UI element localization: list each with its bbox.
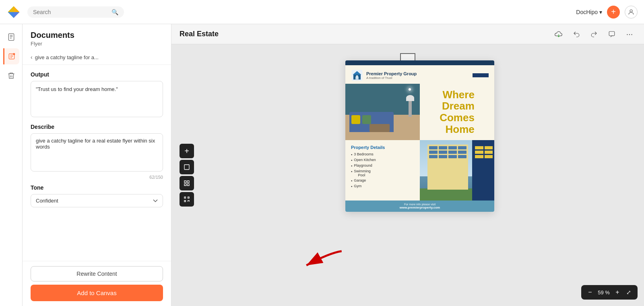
sidebar-item-documents[interactable] — [3, 29, 19, 45]
window — [458, 155, 466, 158]
yellow-window — [475, 155, 483, 158]
left-panel: Documents Flyer ‹ give a catchy tagline … — [23, 24, 171, 306]
brand-label[interactable]: DocHipo ▾ — [576, 9, 602, 15]
building-sim — [420, 140, 494, 201]
detail-playground: ▪Playground — [351, 163, 414, 168]
window — [458, 151, 466, 154]
back-chevron-icon: ‹ — [31, 54, 33, 60]
brand-name: DocHipo — [576, 9, 598, 15]
red-arrow-indicator — [301, 241, 354, 281]
undo-button[interactable] — [570, 28, 583, 41]
room-table — [369, 124, 390, 132]
doc-title: Documents — [31, 31, 163, 40]
main-layout: Documents Flyer ‹ give a catchy tagline … — [0, 24, 644, 306]
detail-garage: ▪Garage — [351, 178, 414, 183]
user-avatar[interactable] — [625, 6, 638, 19]
svg-rect-8 — [184, 201, 186, 202]
flyer-building-photo — [420, 140, 494, 201]
search-box[interactable]: 🔍 — [27, 6, 124, 18]
canvas-workspace[interactable]: + — [171, 44, 644, 306]
qr-button[interactable] — [180, 192, 194, 207]
logo-icon[interactable] — [6, 5, 21, 19]
cloud-save-button[interactable] — [552, 28, 565, 41]
grid-button[interactable] — [180, 176, 194, 190]
brand-house-icon — [351, 69, 363, 81]
svg-rect-6 — [184, 197, 186, 198]
brand-tagline-text: A tradition of Trust — [366, 76, 417, 80]
bullet-icon: ▪ — [351, 158, 352, 162]
detail-gym: ▪Gym — [351, 184, 414, 188]
bullet-icon: ▪ — [351, 170, 352, 174]
panel-header: Documents Flyer — [23, 24, 171, 50]
topbar-right: DocHipo ▾ + — [576, 6, 638, 19]
output-box: "Trust us to find your dream home." — [31, 81, 163, 117]
flyer-canvas[interactable]: Premier Property Group A tradition of Tr… — [345, 60, 494, 212]
tone-select[interactable]: Confident Casual Formal Friendly Persuas… — [31, 194, 163, 207]
more-options-button[interactable]: ··· — [623, 28, 636, 41]
sidebar-item-trash[interactable] — [3, 68, 19, 84]
window — [448, 155, 457, 158]
svg-rect-1 — [8, 34, 14, 41]
flyer-tagline-area: WhereDreamComesHome — [420, 84, 494, 140]
svg-point-3 — [13, 53, 15, 55]
canvas-toolbar-right: ··· — [552, 28, 636, 41]
fullscreen-button[interactable]: ⤢ — [624, 287, 634, 297]
yellow-window — [475, 146, 483, 149]
output-label: Output — [31, 71, 163, 78]
topbar: 🔍 DocHipo ▾ + — [0, 0, 644, 24]
flyer-header-bar — [345, 60, 494, 65]
window — [439, 151, 447, 154]
brand-text: Premier Property Group A tradition of Tr… — [366, 71, 417, 80]
svg-point-0 — [630, 10, 632, 12]
redo-button[interactable] — [588, 28, 601, 41]
canvas-title: Real Estate — [180, 30, 219, 38]
flyer-room-photo — [345, 84, 420, 140]
add-element-button[interactable]: + — [180, 144, 194, 158]
zoom-controls: − 59 % + ⤢ — [581, 285, 638, 300]
flyer-brand: Premier Property Group A tradition of Tr… — [345, 65, 494, 84]
flyer-footer: For more info please visit www.premierpr… — [345, 201, 494, 212]
panel-content: Output "Trust us to find your dream home… — [23, 65, 171, 261]
flyer-footer-url: www.premierproperty.com — [351, 206, 489, 209]
new-document-button[interactable]: + — [607, 6, 620, 19]
resize-button[interactable] — [180, 160, 194, 174]
char-count: 62/150 — [31, 175, 163, 180]
room-sim — [345, 84, 420, 140]
flyer-body: WhereDreamComesHome — [345, 84, 494, 140]
back-label: give a catchy tagline for a... — [35, 54, 99, 60]
tone-label: Tone — [31, 184, 163, 191]
describe-textarea[interactable]: give a catchy tagline for a real estate … — [31, 133, 163, 172]
zoom-out-button[interactable]: − — [585, 287, 595, 297]
describe-label: Describe — [31, 124, 163, 130]
back-row[interactable]: ‹ give a catchy tagline for a... — [23, 50, 171, 65]
flyer-tagline: WhereDreamComesHome — [440, 89, 475, 135]
svg-rect-5 — [184, 165, 189, 170]
comment-button[interactable] — [605, 28, 618, 41]
doc-subtitle: Flyer — [31, 41, 163, 47]
window — [458, 146, 466, 149]
search-icon: 🔍 — [111, 9, 118, 15]
room-lamp-top — [406, 95, 414, 101]
yellow-window — [475, 151, 483, 154]
yellow-window — [485, 155, 493, 158]
panel-footer: Rewrite Content Add to Canvas — [23, 261, 171, 306]
add-to-canvas-button[interactable]: Add to Canvas — [31, 285, 163, 301]
zoom-in-button[interactable]: + — [613, 287, 622, 297]
window — [429, 146, 438, 149]
room-cushion1 — [351, 115, 360, 124]
sidebar-item-ai[interactable] — [3, 48, 19, 64]
flyer-bottom-row: Property Details ▪3 Bedrooms ▪Open Kitch… — [345, 140, 494, 201]
search-input[interactable] — [33, 9, 108, 15]
flyer-details: Property Details ▪3 Bedrooms ▪Open Kitch… — [345, 140, 420, 201]
window — [448, 151, 457, 154]
canvas-area: Real Estate — [171, 24, 644, 306]
detail-kitchen: ▪Open Kitchen — [351, 158, 414, 162]
zoom-value: 59 % — [597, 289, 611, 296]
svg-rect-7 — [188, 197, 189, 198]
window — [448, 146, 457, 149]
detail-swimming: ▪Swimming Pool — [351, 169, 414, 177]
canvas-toolbar: Real Estate — [171, 24, 644, 44]
rewrite-content-button[interactable]: Rewrite Content — [31, 266, 163, 281]
building-main — [427, 145, 469, 190]
detail-bedrooms: ▪3 Bedrooms — [351, 152, 414, 157]
